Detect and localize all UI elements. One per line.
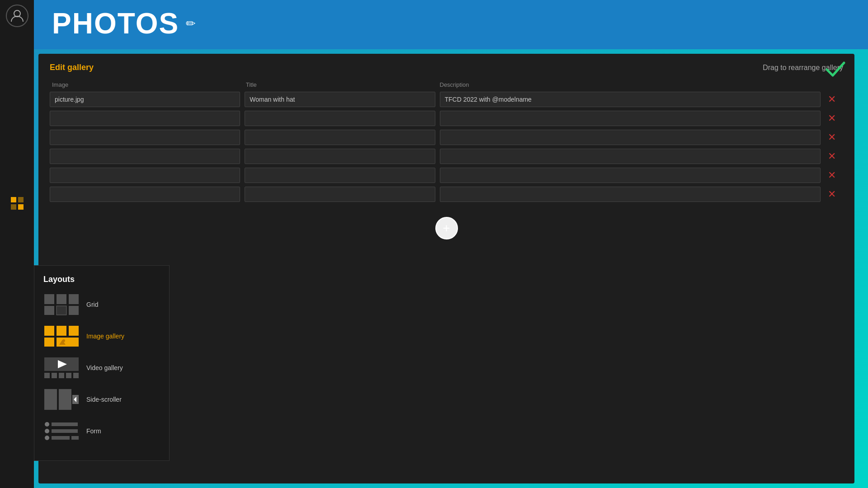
svg-rect-5 (44, 294, 54, 304)
svg-point-30 (45, 422, 49, 427)
delete-row-3[interactable]: ✕ (825, 131, 839, 144)
svg-point-32 (45, 429, 49, 433)
table-row: ✕ (50, 111, 843, 126)
table-header: Image Title Description (50, 81, 843, 88)
gallery-table: Image Title Description ✕ ✕ (50, 81, 843, 206)
image-input-5[interactable] (50, 168, 240, 183)
title-input-3[interactable] (245, 130, 435, 145)
delete-row-2[interactable]: ✕ (825, 112, 839, 125)
layout-form-label: Form (86, 427, 101, 435)
title-input-4[interactable] (245, 149, 435, 164)
layouts-title: Layouts (43, 275, 160, 284)
svg-rect-27 (59, 389, 71, 410)
table-row: ✕ (50, 187, 843, 202)
layout-image-gallery-label: Image gallery (86, 333, 124, 340)
svg-rect-18 (71, 338, 79, 347)
table-row: ✕ (50, 149, 843, 164)
description-input-3[interactable] (440, 130, 821, 145)
col-image: Image (52, 81, 241, 88)
image-input-6[interactable] (50, 187, 240, 202)
svg-rect-3 (11, 204, 16, 210)
layout-item-grid[interactable]: Grid (43, 293, 160, 316)
add-row-button[interactable]: + (435, 217, 458, 239)
layout-item-form[interactable]: Form (43, 420, 160, 442)
image-input-3[interactable] (50, 130, 240, 145)
description-input-6[interactable] (440, 187, 821, 202)
layouts-panel: Layouts Grid Image gallery (34, 265, 170, 461)
title-input-2[interactable] (245, 111, 435, 126)
svg-rect-31 (52, 422, 78, 426)
svg-rect-22 (52, 373, 57, 378)
avatar[interactable] (6, 5, 28, 27)
svg-rect-21 (44, 373, 50, 378)
delete-row-4[interactable]: ✕ (825, 150, 839, 163)
delete-row-1[interactable]: ✕ (825, 93, 839, 106)
svg-rect-9 (57, 306, 66, 315)
header: PHOTOS ✏ (34, 0, 868, 49)
col-title: Title (246, 81, 435, 88)
table-row: ✕ (50, 130, 843, 145)
svg-rect-15 (57, 338, 73, 347)
svg-rect-12 (57, 326, 66, 336)
panel-header: Edit gallery Drag to rearrange gallery (50, 63, 843, 72)
svg-rect-1 (11, 197, 16, 202)
svg-rect-10 (69, 306, 79, 315)
layout-item-video-gallery[interactable]: Video gallery (43, 357, 160, 379)
svg-rect-11 (44, 326, 54, 336)
description-input-2[interactable] (440, 111, 821, 126)
svg-rect-26 (44, 389, 57, 410)
table-row: ✕ (50, 168, 843, 183)
col-description: Description (440, 81, 819, 88)
layout-grid-label: Grid (86, 301, 98, 308)
svg-point-34 (45, 436, 49, 440)
title-input-5[interactable] (245, 168, 435, 183)
svg-rect-24 (66, 373, 71, 378)
app-title: PHOTOS (52, 9, 179, 38)
svg-rect-25 (73, 373, 79, 378)
svg-rect-35 (52, 436, 70, 440)
svg-rect-7 (69, 294, 79, 304)
svg-rect-4 (18, 204, 24, 210)
svg-point-17 (62, 339, 65, 342)
layout-icon[interactable] (8, 194, 26, 212)
description-input-1[interactable] (440, 92, 821, 107)
layout-side-scroller-label: Side-scroller (86, 396, 122, 403)
table-row: ✕ (50, 92, 843, 107)
layout-item-image-gallery[interactable]: Image gallery (43, 325, 160, 347)
title-input-1[interactable] (245, 92, 435, 107)
description-input-4[interactable] (440, 149, 821, 164)
svg-rect-13 (69, 326, 79, 336)
svg-rect-36 (71, 436, 79, 440)
svg-rect-8 (44, 306, 54, 315)
layout-video-gallery-label: Video gallery (86, 364, 123, 371)
layout-item-side-scroller[interactable]: Side-scroller (43, 388, 160, 411)
svg-rect-33 (52, 429, 78, 433)
sidebar (0, 0, 34, 488)
edit-title-icon[interactable]: ✏ (186, 17, 196, 31)
description-input-5[interactable] (440, 168, 821, 183)
edit-gallery-title: Edit gallery (50, 63, 94, 72)
image-input-1[interactable] (50, 92, 240, 107)
svg-rect-2 (18, 197, 24, 202)
confirm-button[interactable] (826, 61, 845, 80)
svg-point-0 (14, 10, 20, 17)
svg-rect-14 (44, 338, 54, 347)
title-input-6[interactable] (245, 187, 435, 202)
delete-row-5[interactable]: ✕ (825, 169, 839, 182)
image-input-2[interactable] (50, 111, 240, 126)
image-input-4[interactable] (50, 149, 240, 164)
svg-rect-23 (59, 373, 64, 378)
delete-row-6[interactable]: ✕ (825, 188, 839, 201)
svg-rect-6 (57, 294, 66, 304)
